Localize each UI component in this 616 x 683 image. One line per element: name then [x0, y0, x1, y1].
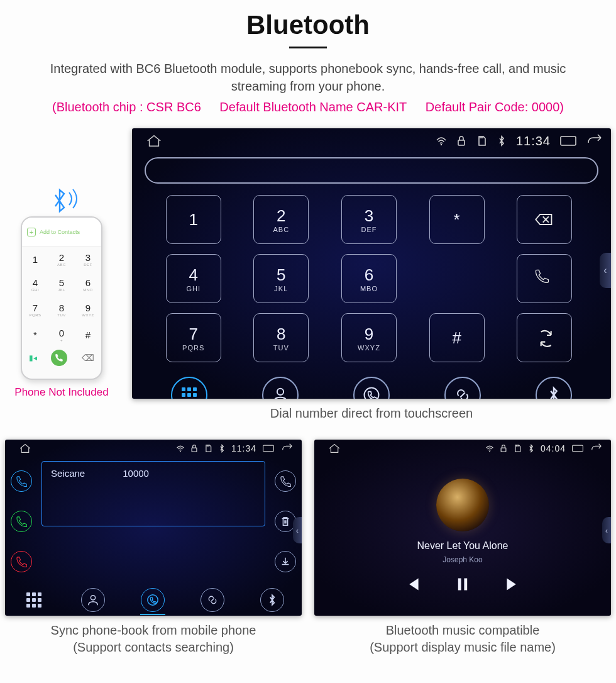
phone-key-5: 5JKL	[48, 272, 75, 297]
key-backspace[interactable]	[517, 195, 572, 244]
phone-key-1: 1	[22, 247, 48, 272]
contact-row[interactable]: Seicane 10000	[41, 461, 265, 526]
contact-number: 10000	[123, 468, 149, 519]
back-icon[interactable]	[280, 443, 294, 453]
dialer-screen: 11:34 12ABC3DEF*4GHI5JKL6MBO7PQRS8TUV9WX…	[132, 128, 611, 399]
contact-name: Seicane	[51, 468, 85, 519]
wifi-icon	[436, 135, 447, 147]
prev-track-button[interactable]	[405, 577, 420, 594]
phone-key-3: 3DEF	[75, 247, 101, 272]
phone-key-2: 2ABC	[48, 247, 75, 272]
bluetooth-icon	[527, 444, 536, 453]
bluetooth-icon	[217, 444, 226, 453]
video-call-icon: ▮◂	[29, 353, 37, 362]
received-calls-icon[interactable]	[11, 511, 32, 532]
album-art	[436, 479, 489, 531]
phone-key-8: 8TUV	[48, 297, 75, 322]
sd-card-icon	[476, 135, 487, 147]
dial-input[interactable]	[145, 157, 598, 184]
phone-backspace-icon: ⌫	[82, 353, 94, 363]
wifi-icon	[176, 444, 185, 453]
dialed-calls-icon[interactable]	[11, 470, 32, 492]
tab-contacts[interactable]	[262, 377, 299, 399]
key-2[interactable]: 2ABC	[253, 195, 309, 244]
key-1[interactable]: 1	[166, 195, 221, 244]
music-screen: 04:04 Never Let You Alone Joseph Koo ‹	[314, 440, 611, 616]
smartphone-mock: + Add to Contacts 12ABC3DEF4GHI5JKL6MNO7…	[21, 216, 102, 380]
key-8[interactable]: 8TUV	[253, 313, 309, 362]
title-underline	[289, 47, 327, 48]
status-clock: 11:34	[231, 443, 256, 453]
phonebook-caption: Sync phone-book from mobile phone (Suppo…	[5, 622, 302, 656]
key-3[interactable]: 3DEF	[341, 195, 397, 244]
add-contact-icon: +	[27, 228, 36, 236]
tab-keypad[interactable]	[23, 589, 45, 611]
home-icon[interactable]	[328, 443, 341, 453]
back-icon[interactable]	[590, 443, 603, 453]
tab-contacts[interactable]	[81, 588, 105, 612]
phone-key-#: #	[75, 322, 101, 347]
music-caption: Bluetooth music compatible (Support disp…	[314, 622, 611, 656]
phonebook-screen: 11:34 Seicane 10000	[5, 440, 302, 616]
track-artist: Joseph Koo	[443, 555, 482, 564]
phone-call-button	[51, 350, 67, 366]
tab-calls[interactable]	[353, 377, 390, 399]
sd-card-icon	[513, 444, 522, 453]
phone-key-7: 7PQRS	[22, 297, 48, 322]
tab-bluetooth[interactable]	[260, 588, 284, 612]
key-#[interactable]: #	[429, 313, 485, 362]
tab-keypad[interactable]	[171, 377, 207, 399]
side-drawer-handle[interactable]: ‹	[600, 253, 611, 288]
key-5[interactable]: 5JKL	[253, 254, 309, 303]
call-contact-button[interactable]	[275, 470, 296, 492]
tab-bluetooth[interactable]	[536, 377, 572, 399]
phone-key-9: 9WXYZ	[75, 297, 101, 322]
phone-key-0: 0+	[48, 322, 75, 347]
key-4[interactable]: 4GHI	[166, 254, 221, 303]
status-clock: 11:34	[516, 134, 551, 148]
lock-icon	[499, 444, 508, 453]
bluetooth-spec-line: (Bluetooth chip : CSR BC6 Default Blueto…	[3, 100, 613, 114]
dialer-caption: Dial number direct from touchscreen	[129, 405, 613, 422]
download-contacts-button[interactable]	[275, 551, 296, 572]
play-pause-button[interactable]	[455, 577, 470, 594]
home-icon[interactable]	[146, 134, 162, 148]
key-9[interactable]: 9WXYZ	[341, 313, 397, 362]
back-icon[interactable]	[586, 134, 603, 148]
phone-key-4: 4GHI	[22, 272, 48, 297]
lock-icon	[190, 444, 199, 453]
lock-icon	[456, 135, 467, 147]
phone-key-*: *	[22, 322, 48, 347]
key-6[interactable]: 6MBO	[341, 254, 397, 303]
next-track-button[interactable]	[505, 577, 520, 594]
key-call[interactable]	[517, 254, 572, 303]
key-*[interactable]: *	[429, 195, 485, 244]
missed-calls-icon[interactable]	[11, 551, 32, 572]
home-icon[interactable]	[19, 443, 31, 453]
recents-icon[interactable]	[559, 135, 577, 147]
key-swap[interactable]	[517, 313, 572, 362]
tab-pair[interactable]	[444, 377, 481, 399]
status-clock: 04:04	[541, 443, 566, 453]
side-drawer-handle[interactable]: ‹	[293, 517, 302, 543]
key-7[interactable]: 7PQRS	[166, 313, 221, 362]
subtitle: Integrated with BC6 Bluetooth module, su…	[3, 60, 613, 95]
recents-icon[interactable]	[261, 444, 275, 453]
sd-card-icon	[204, 444, 212, 453]
recents-icon[interactable]	[571, 444, 585, 453]
phone-disclaimer: Phone Not Included	[5, 386, 118, 399]
wifi-icon	[485, 444, 494, 453]
page-title: Bluetooth	[3, 10, 613, 40]
phone-key-6: 6MNO	[75, 272, 101, 297]
side-drawer-handle[interactable]: ‹	[602, 517, 611, 543]
tab-calls[interactable]	[141, 588, 165, 612]
add-contact-label: Add to Contacts	[40, 229, 80, 235]
bluetooth-icon	[496, 135, 507, 147]
tab-pair[interactable]	[201, 588, 224, 612]
track-title: Never Let You Alone	[417, 540, 508, 552]
